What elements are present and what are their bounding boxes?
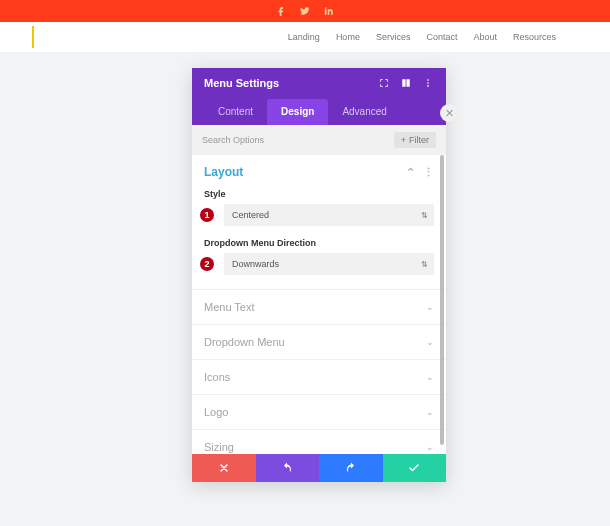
accordion-dropdown-menu[interactable]: Dropdown Menu⌄ [192,324,446,359]
svg-point-1 [427,82,429,84]
search-row: Search Options + Filter [192,125,446,155]
accordion-icons[interactable]: Icons⌄ [192,359,446,394]
chevron-down-icon: ⌄ [426,442,434,452]
linkedin-icon[interactable] [324,2,334,20]
layout-section: Layout ⌃ ⋮ Style 1 Centered ⇅ Dropdown M… [192,155,446,289]
kebab-menu-icon[interactable] [422,77,434,89]
plus-icon: + [401,135,406,145]
logo-accent [32,26,34,48]
redo-button[interactable] [319,454,383,482]
panel-footer [192,454,446,482]
style-select-value: Centered [232,210,269,220]
nav-link-contact[interactable]: Contact [426,32,457,42]
chevron-down-icon: ⌄ [426,407,434,417]
facebook-icon[interactable] [276,2,286,20]
close-panel-icon[interactable]: ✕ [440,104,458,122]
chevron-down-icon: ⌄ [426,337,434,347]
accordion-label: Menu Text [204,301,255,313]
tab-advanced[interactable]: Advanced [328,99,400,125]
expand-icon[interactable] [378,77,390,89]
undo-button[interactable] [256,454,320,482]
chevron-down-icon: ⌄ [426,302,434,312]
accordion-sizing[interactable]: Sizing⌄ [192,429,446,454]
chevron-down-icon: ⌄ [426,372,434,382]
filter-label: Filter [409,135,429,145]
panel-scrollbar[interactable] [440,155,444,445]
nav-link-resources[interactable]: Resources [513,32,556,42]
nav-link-about[interactable]: About [473,32,497,42]
direction-select[interactable]: Downwards ⇅ [224,253,434,275]
main-nav: Landing Home Services Contact About Reso… [0,22,610,52]
accordion-label: Logo [204,406,228,418]
tab-content[interactable]: Content [204,99,267,125]
svg-point-2 [427,85,429,87]
accordion-label: Dropdown Menu [204,336,285,348]
cancel-button[interactable] [192,454,256,482]
updown-icon: ⇅ [421,260,426,269]
social-top-bar [0,0,610,22]
direction-select-value: Downwards [232,259,279,269]
tab-design[interactable]: Design [267,99,328,125]
callout-marker-2: 2 [200,257,214,271]
filter-button[interactable]: + Filter [394,132,436,148]
search-options-input[interactable]: Search Options [202,135,264,145]
kebab-menu-icon[interactable]: ⋮ [423,166,434,179]
updown-icon: ⇅ [421,211,426,220]
settings-tabs: Content Design Advanced [204,99,434,125]
accordion-logo[interactable]: Logo⌄ [192,394,446,429]
nav-link-home[interactable]: Home [336,32,360,42]
style-select[interactable]: Centered ⇅ [224,204,434,226]
menu-settings-panel: Menu Settings Content Design Advanced Se… [192,68,446,482]
nav-link-landing[interactable]: Landing [288,32,320,42]
nav-link-services[interactable]: Services [376,32,411,42]
svg-point-0 [427,79,429,81]
twitter-icon[interactable] [300,2,310,20]
section-header-layout[interactable]: Layout ⌃ ⋮ [204,165,434,179]
callout-marker-1: 1 [200,208,214,222]
style-field-label: Style [204,189,434,199]
section-title-layout: Layout [204,165,243,179]
direction-field-label: Dropdown Menu Direction [204,238,434,248]
accordion-menu-text[interactable]: Menu Text⌄ [192,289,446,324]
accordion-label: Sizing [204,441,234,453]
accordion-label: Icons [204,371,230,383]
panel-header: Menu Settings Content Design Advanced [192,68,446,125]
panel-title: Menu Settings [204,77,279,89]
layout-grid-icon[interactable] [400,77,412,89]
save-button[interactable] [383,454,447,482]
chevron-up-icon: ⌃ [406,166,415,179]
